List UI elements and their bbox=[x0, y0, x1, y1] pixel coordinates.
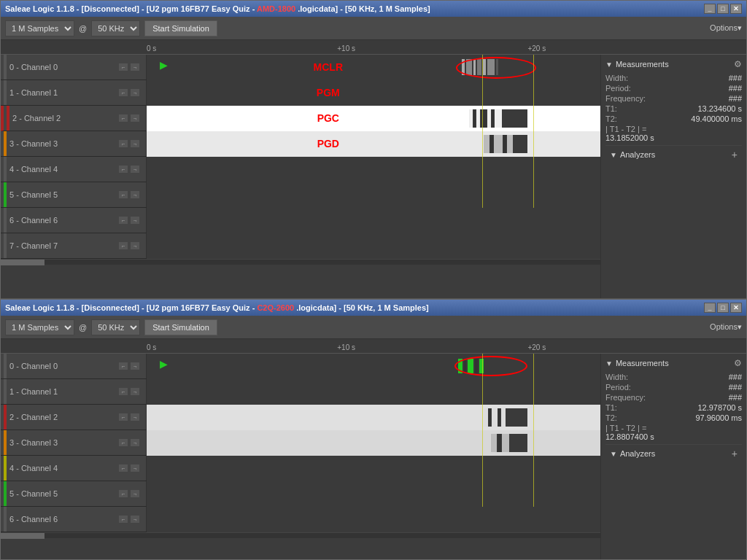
channel-ctrl-0-2[interactable]: ⌐ ¬ bbox=[118, 362, 140, 370]
ctrl-r-5-1[interactable]: ¬ bbox=[130, 190, 140, 199]
cursor-line-2-4b bbox=[533, 430, 534, 456]
cursor-line-2b bbox=[533, 80, 534, 106]
ctrl-r-1-2[interactable]: ¬ bbox=[130, 387, 140, 396]
ctrl-l-7-1[interactable]: ⌐ bbox=[118, 241, 128, 250]
channel-row-1-2: 1 - Channel 1 ⌐ ¬ bbox=[1, 379, 600, 405]
ctrl-r-4-1[interactable]: ¬ bbox=[130, 165, 140, 174]
freq-select-2[interactable]: 50 KHz bbox=[91, 319, 140, 335]
channel-ctrl-1-2[interactable]: ⌐ ¬ bbox=[118, 387, 140, 396]
ctrl-r-5-2[interactable]: ¬ bbox=[130, 489, 140, 498]
channel-label-5-2: 5 - Channel 5 ⌐ ¬ bbox=[1, 481, 147, 506]
ctrl-l-6-2[interactable]: ⌐ bbox=[118, 515, 128, 524]
scrollbar-1[interactable] bbox=[1, 259, 600, 265]
measurement-diff-1: | T1 - T2 | = 13.1852000 s bbox=[605, 125, 742, 142]
timeline-1: 0 s +10 s +20 s bbox=[1, 40, 746, 55]
channel-ctrl-4-2[interactable]: ⌐ ¬ bbox=[118, 464, 140, 472]
ctrl-r-0-2[interactable]: ¬ bbox=[130, 362, 140, 370]
pgd2-pulses bbox=[491, 434, 527, 452]
ctrl-r-7-1[interactable]: ¬ bbox=[130, 241, 140, 250]
channel-ctrl-2-1[interactable]: ⌐ ¬ bbox=[118, 114, 140, 122]
ctrl-r-1-1[interactable]: ¬ bbox=[130, 88, 140, 97]
ctrl-r-6-1[interactable]: ¬ bbox=[130, 216, 140, 225]
ctrl-l-1-1[interactable]: ⌐ bbox=[118, 88, 128, 97]
ctrl-r-2-2[interactable]: ¬ bbox=[130, 413, 140, 421]
channel-ctrl-1-1[interactable]: ⌐ ¬ bbox=[118, 88, 140, 97]
start-simulation-btn-1[interactable]: Start Simulation bbox=[144, 20, 217, 36]
samples-select-2[interactable]: 1 M Samples bbox=[5, 319, 74, 335]
add-analyzer-btn-2[interactable]: + bbox=[732, 448, 738, 459]
ctrl-l-2-1[interactable]: ⌐ bbox=[118, 114, 128, 122]
options-btn-1[interactable]: Options▾ bbox=[710, 23, 742, 33]
ctrl-l-0-2[interactable]: ⌐ bbox=[118, 362, 128, 370]
cursor-line-1b bbox=[533, 55, 534, 80]
channel-name-5-2: 5 - Channel 5 bbox=[9, 489, 118, 498]
ctrl-l-6-1[interactable]: ⌐ bbox=[118, 216, 128, 225]
channel-name-4-2: 4 - Channel 4 bbox=[9, 464, 118, 472]
channel-waveform-6-1 bbox=[147, 208, 600, 233]
measurements-gear-2[interactable]: ⚙ bbox=[734, 358, 742, 368]
channel-ctrl-7-1[interactable]: ⌐ ¬ bbox=[118, 241, 140, 250]
add-analyzer-btn-1[interactable]: + bbox=[732, 149, 738, 160]
ctrl-r-3-2[interactable]: ¬ bbox=[130, 438, 140, 447]
measurements-gear-1[interactable]: ⚙ bbox=[734, 59, 742, 69]
freq-select-1[interactable]: 50 KHz bbox=[91, 20, 140, 36]
channel-color-5-2 bbox=[4, 481, 7, 506]
ctrl-l-3-1[interactable]: ⌐ bbox=[118, 139, 128, 148]
ctrl-r-6-2[interactable]: ¬ bbox=[130, 515, 140, 524]
scrollbar-2[interactable] bbox=[1, 532, 600, 538]
ctrl-l-5-1[interactable]: ⌐ bbox=[118, 190, 128, 199]
samples-select-1[interactable]: 1 M Samples bbox=[5, 20, 74, 36]
ctrl-l-4-1[interactable]: ⌐ bbox=[118, 165, 128, 174]
width-label-1: Width: bbox=[605, 74, 628, 82]
window-controls-2[interactable]: _ □ ✕ bbox=[704, 303, 742, 313]
scrollbar-thumb-1[interactable] bbox=[1, 260, 44, 265]
freq-label-2: Frequency: bbox=[605, 393, 646, 402]
t2-label-2: T2: bbox=[605, 413, 617, 422]
analyzers-1: ▼ Analyzers + bbox=[605, 145, 742, 163]
maximize-btn-2[interactable]: □ bbox=[717, 303, 729, 313]
maximize-btn-1[interactable]: □ bbox=[717, 4, 729, 14]
ctrl-l-5-2[interactable]: ⌐ bbox=[118, 489, 128, 498]
channel-ctrl-2-2[interactable]: ⌐ ¬ bbox=[118, 413, 140, 421]
ctrl-r-4-2[interactable]: ¬ bbox=[130, 464, 140, 472]
scrollbar-thumb-2[interactable] bbox=[1, 533, 44, 539]
start-arrow-0-2: ▶ bbox=[160, 358, 168, 370]
channel-waveform-4-1 bbox=[147, 157, 600, 182]
ctrl-l-4-2[interactable]: ⌐ bbox=[118, 464, 128, 472]
window-title-1: Saleae Logic 1.1.8 - [Disconnected] - [U… bbox=[5, 4, 430, 13]
measurements-label-1: Measurements bbox=[616, 60, 669, 69]
window-1: Saleae Logic 1.1.8 - [Disconnected] - [U… bbox=[0, 0, 747, 299]
cursor-line-2-6b bbox=[533, 481, 534, 507]
options-btn-2[interactable]: Options▾ bbox=[710, 322, 742, 332]
ctrl-r-3-1[interactable]: ¬ bbox=[130, 139, 140, 148]
channel-row-6-1: 6 - Channel 6 ⌐ ¬ bbox=[1, 208, 600, 233]
period-label-1: Period: bbox=[605, 84, 631, 93]
ctrl-l-0-1[interactable]: ⌐ bbox=[118, 63, 128, 71]
ctrl-l-2-2[interactable]: ⌐ bbox=[118, 413, 128, 421]
channel-ctrl-5-1[interactable]: ⌐ ¬ bbox=[118, 190, 140, 199]
diff-label-2: | T1 - T2 | = bbox=[605, 424, 742, 432]
channel-ctrl-3-2[interactable]: ⌐ ¬ bbox=[118, 438, 140, 447]
channel-ctrl-3-1[interactable]: ⌐ ¬ bbox=[118, 139, 140, 148]
ctrl-l-3-2[interactable]: ⌐ bbox=[118, 438, 128, 447]
cursor-line-3b bbox=[533, 106, 534, 131]
ctrl-r-2-1[interactable]: ¬ bbox=[130, 114, 140, 122]
close-btn-1[interactable]: ✕ bbox=[730, 4, 742, 14]
channel-name-2-2: 2 - Channel 2 bbox=[9, 413, 118, 421]
channel-label-4-2: 4 - Channel 4 ⌐ ¬ bbox=[1, 456, 147, 481]
ctrl-l-1-2[interactable]: ⌐ bbox=[118, 387, 128, 396]
channel-row-2-2: 2 - Channel 2 ⌐ ¬ bbox=[1, 405, 600, 430]
diff-value-1: 13.1852000 s bbox=[605, 133, 742, 142]
channel-ctrl-6-1[interactable]: ⌐ ¬ bbox=[118, 216, 140, 225]
channel-ctrl-0-1[interactable]: ⌐ ¬ bbox=[118, 63, 140, 71]
ctrl-r-0-1[interactable]: ¬ bbox=[130, 63, 140, 71]
window-controls-1[interactable]: _ □ ✕ bbox=[704, 4, 742, 14]
minimize-btn-1[interactable]: _ bbox=[704, 4, 716, 14]
channel-ctrl-5-2[interactable]: ⌐ ¬ bbox=[118, 489, 140, 498]
minimize-btn-2[interactable]: _ bbox=[704, 303, 716, 313]
channel-ctrl-6-2[interactable]: ⌐ ¬ bbox=[118, 515, 140, 524]
close-btn-2[interactable]: ✕ bbox=[730, 303, 742, 313]
channel-waveform-3-2 bbox=[147, 430, 600, 456]
channel-ctrl-4-1[interactable]: ⌐ ¬ bbox=[118, 165, 140, 174]
start-simulation-btn-2[interactable]: Start Simulation bbox=[144, 319, 217, 335]
